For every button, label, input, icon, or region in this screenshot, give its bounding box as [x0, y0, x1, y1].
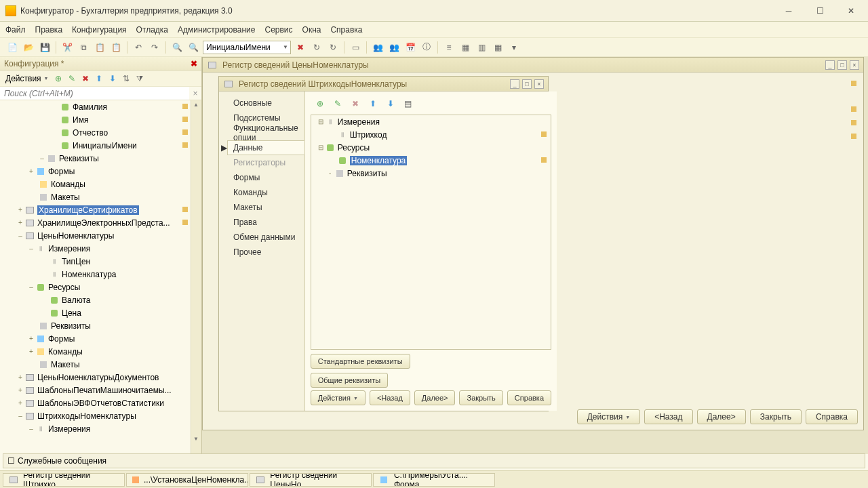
close-button[interactable]: Закрыть: [459, 390, 502, 405]
db-icon[interactable]: ▥: [475, 41, 488, 54]
menu-debug[interactable]: Отладка: [136, 25, 168, 35]
file-tab[interactable]: С:\Примеры\Уста...: Форма: [373, 473, 495, 487]
find-icon[interactable]: 🔍: [170, 41, 184, 54]
tab-templates[interactable]: Макеты: [227, 200, 304, 215]
actions-dropdown[interactable]: Действия: [3, 73, 52, 85]
new-icon[interactable]: 📄: [5, 41, 19, 54]
tab-exchange[interactable]: Обмен данными: [227, 230, 304, 245]
find2-icon[interactable]: 🔍: [186, 41, 200, 54]
tree-item[interactable]: Ресурсы: [48, 283, 80, 292]
tree-item[interactable]: ХранилищеЭлектронныхПредста...: [37, 218, 170, 228]
expand-icon[interactable]: -: [326, 169, 334, 177]
tree-item[interactable]: Отчество: [73, 128, 108, 138]
minimize-button[interactable]: ─: [777, 3, 800, 18]
tab-main[interactable]: Основные: [227, 96, 304, 110]
window-icon[interactable]: ▭: [349, 41, 362, 54]
tab-forms[interactable]: Формы: [227, 170, 304, 185]
edit-icon[interactable]: ✎: [331, 97, 344, 110]
actions-button[interactable]: Действия: [577, 409, 641, 424]
next-button[interactable]: Далее>: [697, 409, 746, 424]
tree-item[interactable]: Измерения: [338, 117, 380, 127]
expand-icon[interactable]: –: [38, 155, 46, 162]
props-icon[interactable]: ▤: [401, 97, 415, 110]
tree-item[interactable]: Номенклатура: [62, 270, 117, 279]
search-clear-icon[interactable]: ×: [189, 87, 201, 100]
menu-help[interactable]: Справка: [330, 25, 362, 35]
tree-item[interactable]: Имя: [73, 115, 88, 125]
menu-edit[interactable]: Правка: [35, 25, 63, 35]
sort-icon[interactable]: ⇅: [119, 72, 133, 85]
edit-icon[interactable]: ✎: [65, 72, 79, 85]
tree-item[interactable]: Формы: [48, 334, 75, 344]
list-icon[interactable]: ≡: [442, 41, 456, 54]
file-tab[interactable]: ...\УстановкаЦенНоменкла...: [126, 473, 248, 487]
scrollbar[interactable]: [191, 100, 201, 454]
common-req-button[interactable]: Общие реквизиты: [311, 373, 388, 388]
tab-data[interactable]: ▶Данные: [227, 140, 304, 155]
tree-item[interactable]: Команды: [51, 180, 85, 189]
expand-icon[interactable]: –: [27, 283, 35, 291]
tab-functional[interactable]: Функциональные опции: [227, 125, 304, 140]
search-input[interactable]: [0, 87, 189, 100]
expand-icon[interactable]: –: [16, 412, 24, 420]
menu-windows[interactable]: Окна: [302, 25, 321, 35]
help-button[interactable]: Справка: [806, 409, 858, 424]
more-icon[interactable]: ▾: [507, 41, 521, 54]
file-tab[interactable]: Регистр сведений ЦеныНо...: [250, 473, 372, 487]
tree-item[interactable]: ШаблоныЭВФОтчетовСтатистики: [37, 399, 164, 408]
paste2-icon[interactable]: 📋: [109, 41, 123, 54]
down-icon[interactable]: ⬇: [106, 72, 119, 85]
help-button[interactable]: Справка: [507, 390, 551, 405]
delete-icon[interactable]: ✖: [79, 72, 92, 85]
actions-button[interactable]: Действия: [311, 390, 366, 405]
copy-icon[interactable]: ⧉: [77, 41, 90, 54]
menu-service[interactable]: Сервис: [264, 25, 292, 35]
close-icon[interactable]: ×: [534, 79, 544, 89]
tree-item[interactable]: Формы: [48, 167, 75, 176]
paste-icon[interactable]: 📋: [93, 41, 106, 54]
min-icon[interactable]: _: [825, 60, 835, 70]
expand-icon[interactable]: +: [16, 206, 24, 214]
filter-icon[interactable]: ⧩: [133, 72, 146, 85]
add-icon[interactable]: ⊕: [313, 97, 327, 110]
cut-icon[interactable]: ✂️: [60, 41, 74, 54]
expand-icon[interactable]: +: [27, 167, 35, 175]
tab-other[interactable]: Прочее: [227, 245, 304, 260]
delete-icon[interactable]: ✖: [349, 97, 362, 110]
tree-item[interactable]: Цена: [62, 308, 81, 318]
clear-search-icon[interactable]: ✖: [294, 41, 307, 54]
menu-admin[interactable]: Администрирование: [178, 25, 255, 35]
open-icon[interactable]: 📂: [22, 41, 35, 54]
max-icon[interactable]: □: [522, 79, 532, 89]
up-icon[interactable]: ⬆: [366, 97, 380, 110]
tree-item[interactable]: Реквизиты: [347, 169, 387, 178]
save-icon[interactable]: 💾: [38, 41, 52, 54]
config-tree[interactable]: Фамилия Имя Отчество ИнициалыИмени –Рекв…: [0, 100, 201, 454]
std-req-button[interactable]: Стандартные реквизиты: [311, 354, 410, 369]
tree-item[interactable]: ИнициалыИмени: [73, 141, 137, 150]
collapse-icon[interactable]: ⊟: [317, 144, 325, 151]
panel-close-icon[interactable]: ✖: [191, 59, 197, 68]
tree-item[interactable]: ШаблоныПечатиМашиночитаемы...: [37, 386, 172, 395]
expand-icon[interactable]: +: [16, 399, 24, 407]
max-icon[interactable]: □: [837, 60, 847, 70]
tree-item[interactable]: Измерения: [48, 244, 90, 253]
tree-item[interactable]: Фамилия: [73, 102, 107, 112]
close-button[interactable]: Закрыть: [750, 409, 802, 424]
min-icon[interactable]: _: [510, 79, 519, 89]
users-icon[interactable]: 👥: [371, 41, 384, 54]
back-button[interactable]: <Назад: [644, 409, 692, 424]
tree-item-selected[interactable]: ХранилищеСертификатов: [37, 205, 139, 215]
grid-icon[interactable]: ▦: [491, 41, 505, 54]
tree-item[interactable]: Макеты: [51, 192, 80, 202]
form-icon[interactable]: ▦: [458, 41, 472, 54]
expand-icon[interactable]: +: [27, 348, 35, 355]
expand-icon[interactable]: –: [27, 425, 35, 432]
tab-registrators[interactable]: Регистраторы: [227, 155, 304, 170]
expand-icon[interactable]: +: [16, 219, 24, 226]
tree-item[interactable]: ЦеныНоменклатурыДокументов: [37, 373, 159, 382]
tree-item[interactable]: ЦеныНоменклатуры: [37, 231, 114, 241]
service-messages-bar[interactable]: ☐ Служебные сообщения: [3, 453, 865, 468]
object-combo[interactable]: ИнициалыИмени: [203, 41, 291, 54]
maximize-button[interactable]: ☐: [808, 3, 831, 18]
